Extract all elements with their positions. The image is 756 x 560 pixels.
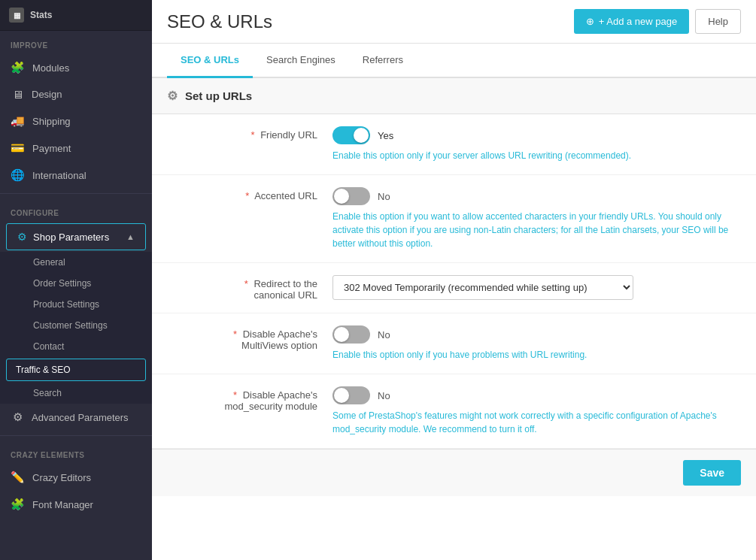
friendly-url-help: Enable this option only if your server a… xyxy=(332,149,741,162)
redirect-canonical-select[interactable]: 302 Moved Temporarily (recommended while… xyxy=(332,275,633,300)
stats-icon: ▦ xyxy=(9,8,24,23)
shop-params-toggle[interactable]: ⚙ Shop Parameters ▲ xyxy=(6,223,146,250)
sidebar-item-modules[interactable]: 🧩 Modules xyxy=(0,54,152,81)
form-row-friendly-url: * Friendly URL Yes Enable this option on… xyxy=(152,114,756,175)
friendly-url-toggle-row: Yes xyxy=(332,126,741,144)
tab-seo-urls[interactable]: SEO & URLs xyxy=(167,44,253,78)
accented-url-toggle[interactable] xyxy=(332,187,370,205)
modsecurity-toggle[interactable] xyxy=(332,386,370,404)
page-title: SEO & URLs xyxy=(167,11,272,32)
content-area: SEO & URLs Search Engines Referrers ⚙ Se… xyxy=(152,44,756,560)
toggle-knob-4 xyxy=(334,388,349,403)
shop-params-label: Shop Parameters xyxy=(33,232,109,243)
sub-item-contact[interactable]: Contact xyxy=(0,336,152,357)
multiviews-toggle-row: No xyxy=(332,325,741,344)
accented-url-toggle-label: No xyxy=(378,191,390,202)
shop-params-icon: ⚙ xyxy=(17,231,27,243)
friendly-url-control: Yes Enable this option only if your serv… xyxy=(332,126,741,162)
font-manager-icon: 🧩 xyxy=(11,498,25,511)
sidebar-item-advanced-params[interactable]: ⚙ Advanced Parameters xyxy=(0,404,152,431)
multiviews-help: Enable this option only if you have prob… xyxy=(332,348,741,362)
modsecurity-control: No Some of PrestaShop's features might n… xyxy=(332,386,741,436)
search-label: Search xyxy=(33,388,62,398)
required-star-3: * xyxy=(244,278,248,289)
panel-gear-icon: ⚙ xyxy=(167,89,178,103)
panel-title: Set up URLs xyxy=(185,89,252,102)
multiviews-label: * Disable Apache'sMultiViews option xyxy=(167,325,332,351)
sidebar-item-design[interactable]: 🖥 Design xyxy=(0,81,152,107)
form-row-modsecurity: * Disable Apache'smod_security module No… xyxy=(152,374,756,449)
top-bar: SEO & URLs ⊕ + Add a new page Help xyxy=(152,0,756,44)
panel-header: ⚙ Set up URLs xyxy=(152,78,756,114)
multiviews-toggle-label: No xyxy=(378,329,390,341)
shop-params-arrow: ▲ xyxy=(126,232,135,241)
modsecurity-toggle-row: No xyxy=(332,386,741,404)
friendly-url-toggle-label: Yes xyxy=(378,130,393,141)
sub-item-search[interactable]: Search xyxy=(0,383,152,404)
friendly-url-toggle[interactable] xyxy=(332,126,370,144)
form-row-multiviews: * Disable Apache'sMultiViews option No E… xyxy=(152,313,756,374)
modules-label: Modules xyxy=(32,62,69,74)
toggle-knob-3 xyxy=(334,327,349,342)
product-settings-label: Product Settings xyxy=(33,299,99,310)
form-row-accented-url: * Accented URL No Enable this option if … xyxy=(152,175,756,263)
advanced-params-label: Advanced Parameters xyxy=(32,412,129,423)
payment-label: Payment xyxy=(32,143,71,154)
redirect-canonical-control: 302 Moved Temporarily (recommended while… xyxy=(332,275,741,300)
shipping-icon: 🚚 xyxy=(11,114,25,128)
section-label-crazy: CRAZY ELEMENTS xyxy=(0,440,152,464)
form-row-redirect-canonical: * Redirect to thecanonical URL 302 Moved… xyxy=(152,263,756,313)
required-star-5: * xyxy=(233,389,237,401)
save-button[interactable]: Save xyxy=(683,460,741,486)
required-star-4: * xyxy=(233,328,237,340)
sidebar: ▦ Stats IMPROVE 🧩 Modules 🖥 Design 🚚 Shi… xyxy=(0,0,152,560)
tab-referrers[interactable]: Referrers xyxy=(349,44,417,78)
multiviews-toggle[interactable] xyxy=(332,325,370,344)
tab-search-engines[interactable]: Search Engines xyxy=(253,44,349,78)
required-star: * xyxy=(250,129,254,141)
sub-item-order-settings[interactable]: Order Settings xyxy=(0,273,152,294)
sidebar-stats-header[interactable]: ▦ Stats xyxy=(0,0,152,31)
design-label: Design xyxy=(32,89,62,100)
font-manager-label: Font Manager xyxy=(32,499,93,510)
help-button[interactable]: Help xyxy=(695,9,741,34)
sub-item-traffic-seo[interactable]: Traffic & SEO xyxy=(6,359,146,381)
sub-item-product-settings[interactable]: Product Settings xyxy=(0,294,152,315)
accented-url-help: Enable this option if you want to allow … xyxy=(332,210,741,250)
redirect-canonical-label: * Redirect to thecanonical URL xyxy=(167,275,332,301)
sidebar-item-payment[interactable]: 💳 Payment xyxy=(0,135,152,162)
sub-item-customer-settings[interactable]: Customer Settings xyxy=(0,315,152,336)
main-content: SEO & URLs ⊕ + Add a new page Help SEO &… xyxy=(152,0,756,560)
panel-footer: Save xyxy=(152,449,756,496)
add-icon: ⊕ xyxy=(586,16,594,27)
traffic-seo-label: Traffic & SEO xyxy=(16,365,71,375)
accented-url-toggle-row: No xyxy=(332,187,741,205)
stats-label: Stats xyxy=(30,10,52,20)
multiviews-control: No Enable this option only if you have p… xyxy=(332,325,741,362)
sidebar-item-font-manager[interactable]: 🧩 Font Manager xyxy=(0,491,152,518)
shop-params-submenu: General Order Settings Product Settings … xyxy=(0,252,152,404)
modsecurity-help: Some of PrestaShop's features might not … xyxy=(332,409,741,436)
accented-url-control: No Enable this option if you want to all… xyxy=(332,187,741,250)
design-icon: 🖥 xyxy=(11,88,24,101)
advanced-params-icon: ⚙ xyxy=(11,410,24,424)
sidebar-item-crazy-editors[interactable]: ✏️ Crazy Editors xyxy=(0,464,152,491)
international-label: International xyxy=(32,170,87,181)
crazy-editors-label: Crazy Editors xyxy=(32,472,91,483)
payment-icon: 💳 xyxy=(11,141,25,155)
modsecurity-toggle-label: No xyxy=(378,390,390,401)
section-label-improve: IMPROVE xyxy=(0,31,152,54)
general-label: General xyxy=(33,257,65,268)
contact-label: Contact xyxy=(33,341,64,352)
divider-1 xyxy=(0,193,152,194)
sub-item-general[interactable]: General xyxy=(0,252,152,273)
section-label-configure: CONFIGURE xyxy=(0,198,152,222)
order-settings-label: Order Settings xyxy=(33,278,91,289)
sidebar-item-international[interactable]: 🌐 International xyxy=(0,162,152,189)
add-button-label: + Add a new page xyxy=(599,16,677,27)
customer-settings-label: Customer Settings xyxy=(33,320,108,331)
friendly-url-label: * Friendly URL xyxy=(167,126,332,141)
sidebar-item-shipping[interactable]: 🚚 Shipping xyxy=(0,107,152,135)
add-new-page-button[interactable]: ⊕ + Add a new page xyxy=(574,9,689,34)
required-star-2: * xyxy=(245,190,249,201)
